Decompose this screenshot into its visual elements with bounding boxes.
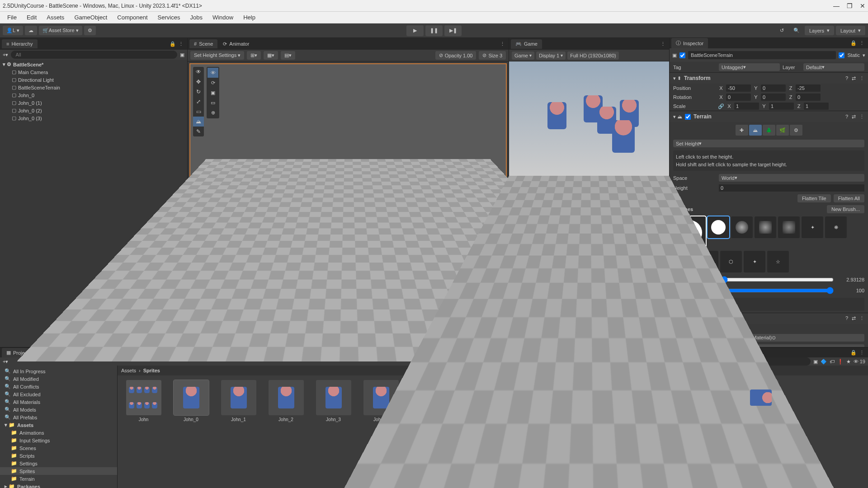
resolution-dropdown[interactable]: Full HD (868x488)	[567, 52, 619, 60]
filter-icon[interactable]: 🏷	[830, 359, 835, 364]
breadcrumb-item[interactable]: Assets	[121, 368, 136, 373]
menu-gameobject[interactable]: GameObject	[70, 13, 112, 22]
favorite-item[interactable]: 🔍 All Materials	[0, 398, 117, 406]
menu-icon[interactable]: ⋮	[859, 75, 864, 81]
menu-icon[interactable]: ⋮	[859, 350, 864, 356]
help-icon[interactable]: ?	[845, 114, 848, 120]
globe-icon[interactable]: ⊕	[208, 108, 218, 117]
filter-icon[interactable]: 🔷	[821, 359, 827, 365]
lock-icon[interactable]: 🔒	[170, 41, 176, 47]
filter-icon[interactable]: ★	[846, 359, 851, 365]
favorite-item[interactable]: 🔍 All Models	[0, 406, 117, 413]
display-dropdown[interactable]: Display 1 ▾	[536, 52, 566, 60]
favorite-item[interactable]: 🔍 All Excluded	[0, 390, 117, 398]
height-input[interactable]	[719, 184, 864, 192]
layer-dropdown[interactable]: Default ▾	[803, 63, 864, 71]
brush-item[interactable]: ✦	[802, 216, 823, 238]
pos-y-input[interactable]	[761, 84, 786, 92]
preset-icon[interactable]: ⇄	[852, 315, 856, 321]
favorite-item[interactable]: 🔍 All Conflicts	[0, 383, 117, 390]
terrain-mode-dropdown[interactable]: Set Height ▾	[673, 140, 864, 147]
step-button[interactable]: ▶❚	[444, 25, 462, 36]
refresh-icon[interactable]: ⟳	[208, 78, 218, 88]
help-icon[interactable]: ?	[845, 315, 848, 321]
layout-dropdown[interactable]: Layout ▾	[836, 26, 865, 35]
minimize-button[interactable]: —	[833, 2, 840, 9]
brush-item[interactable]: ❋	[825, 216, 847, 238]
terrain-tool[interactable]: ⛰	[193, 117, 204, 127]
brush-item[interactable]	[778, 216, 800, 238]
menu-help[interactable]: Help	[239, 13, 260, 22]
rotate-tool[interactable]: ↻	[193, 87, 204, 97]
brush-item[interactable]: ☆	[767, 251, 789, 272]
menu-icon[interactable]: ⋮	[660, 41, 665, 47]
tab-inspector[interactable]: ⓘ Inspector	[671, 38, 708, 48]
brush-item[interactable]	[731, 216, 753, 238]
folder-item[interactable]: 📁 Sprites	[0, 467, 117, 475]
terrain-create-tool[interactable]: ✚	[736, 125, 748, 136]
hierarchy-item[interactable]: ▢ Directional Light	[0, 76, 187, 84]
hierarchy-item[interactable]: ▢ John_0 (1)	[0, 99, 187, 107]
grid-button[interactable]: ⊞▾	[247, 51, 261, 60]
filter-icon[interactable]: ▣	[813, 359, 818, 365]
preset-icon[interactable]: ⇄	[852, 114, 856, 120]
asset-item[interactable]: John_3	[312, 380, 355, 422]
maximize-button[interactable]: ❐	[847, 2, 853, 9]
menu-file[interactable]: File	[3, 13, 21, 22]
scene-root[interactable]: ▾ ⚙ BattleScene*	[0, 61, 187, 68]
search-icon[interactable]: 🔍	[790, 25, 803, 36]
scale-x-input[interactable]	[734, 103, 759, 110]
tab-game[interactable]: 🎮 Game	[511, 39, 542, 49]
menu-icon[interactable]: ⋮	[859, 315, 864, 321]
pause-button[interactable]: ❚❚	[425, 25, 443, 36]
eye-icon[interactable]: 👁	[208, 68, 218, 78]
hidden-count[interactable]: 👁 19	[854, 359, 865, 364]
move-tool[interactable]: ✥	[193, 77, 204, 87]
menu-jobs[interactable]: Jobs	[185, 13, 207, 22]
history-icon[interactable]: ↺	[776, 25, 788, 36]
view-tool[interactable]: 👁	[193, 67, 204, 77]
hierarchy-item[interactable]: ▢ BattleSceneTerrain	[0, 84, 187, 91]
menu-component[interactable]: Component	[113, 13, 152, 22]
folder-item[interactable]: 📁 Terrain	[0, 475, 117, 483]
brush-size-display[interactable]: ⊘ Size 3	[479, 51, 506, 60]
lock-icon[interactable]: 🔒	[850, 350, 857, 356]
filter-icon[interactable]: ▣	[180, 52, 184, 58]
terrain-mode-dropdown[interactable]: Set Height Settings ▾	[190, 51, 244, 60]
brush-item[interactable]: ✦	[744, 251, 765, 272]
packages-folder[interactable]: ▸ 📁 Packages	[0, 483, 117, 488]
menu-icon[interactable]: ⋮	[179, 41, 184, 47]
hierarchy-item[interactable]: ▢ John_0	[0, 91, 187, 99]
folder-item[interactable]: 📁 Scripts	[0, 452, 117, 460]
flatten-all-button[interactable]: Flatten All	[834, 194, 864, 202]
asset-item[interactable]: John_2	[264, 380, 307, 422]
menu-assets[interactable]: Assets	[42, 13, 69, 22]
rot-z-input[interactable]	[796, 94, 821, 101]
terrain-header[interactable]: ▾ ⛰ Terrain ?⇄⋮	[670, 111, 868, 122]
hierarchy-item[interactable]: ▢ Main Camera	[0, 68, 187, 76]
static-checkbox[interactable]	[839, 52, 844, 58]
settings-button[interactable]: ⚙	[84, 26, 96, 35]
hierarchy-item[interactable]: ▢ John_0 (2)	[0, 107, 187, 114]
opacity-slider[interactable]	[717, 287, 834, 294]
active-checkbox[interactable]	[679, 52, 685, 58]
pos-z-input[interactable]	[796, 84, 821, 92]
favorite-item[interactable]: 🔍 All In Progress	[0, 367, 117, 375]
menu-icon[interactable]: ⋮	[859, 40, 864, 46]
flatten-tile-button[interactable]: Flatten Tile	[797, 194, 831, 202]
tag-dropdown[interactable]: Untagged ▾	[719, 63, 780, 71]
rect-tool[interactable]: ▭	[193, 107, 204, 117]
shade-button[interactable]: ▤▾	[281, 51, 295, 60]
transform-header[interactable]: ▾ ⬍ Transform ?⇄⋮	[670, 73, 868, 84]
hierarchy-search-input[interactable]	[11, 51, 177, 59]
rot-y-input[interactable]	[761, 94, 786, 101]
terrain-trees-tool[interactable]: 🌲	[763, 125, 775, 136]
opacity-display[interactable]: ⊘ Opacity 1.00	[435, 51, 476, 60]
folder-item[interactable]: 📁 Scenes	[0, 444, 117, 452]
lock-icon[interactable]: 🔒	[850, 40, 857, 46]
terrain-paint-tool[interactable]: ⛰	[749, 125, 762, 136]
folder-item[interactable]: 📁 Animations	[0, 429, 117, 436]
object-name-input[interactable]	[688, 51, 836, 59]
menu-icon[interactable]: ⋮	[500, 41, 505, 47]
breadcrumb-item[interactable]: Sprites	[143, 368, 160, 373]
